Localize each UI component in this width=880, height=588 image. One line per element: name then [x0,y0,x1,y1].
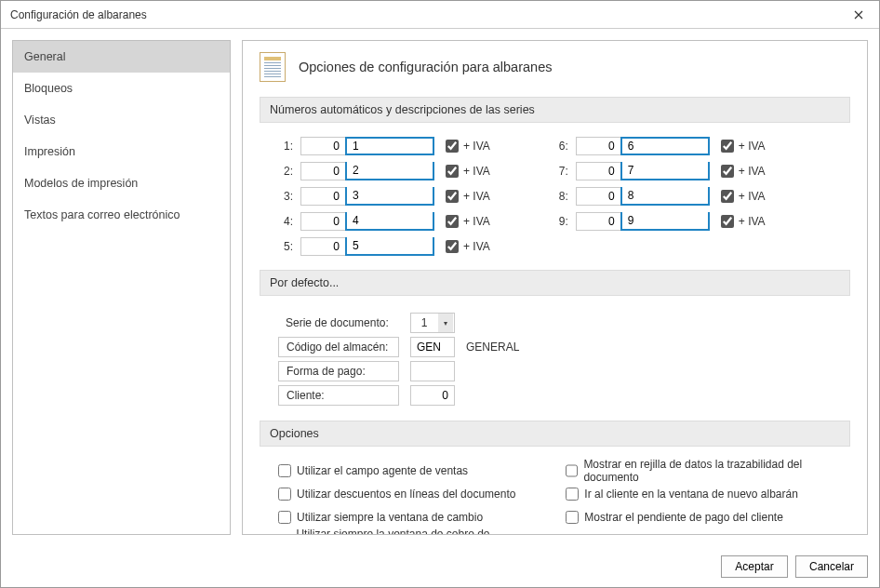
series-row-3: 3: + IVA [278,186,490,207]
series-num-input[interactable] [576,162,620,180]
sidebar-item-bloqueos[interactable]: Bloqueos [13,73,230,104]
almacen-code-input[interactable] [410,337,455,357]
main-panel: Opciones de configuración para albaranes… [242,40,868,535]
series-num-input[interactable] [576,187,620,206]
series-iva-checkbox[interactable] [446,140,459,153]
options-col-right: Mostrar en rejilla de datos la trazabili… [566,461,841,535]
series-iva-checkbox[interactable] [721,190,734,203]
opt-label: Ir al cliente en la ventana de nuevo alb… [584,488,798,501]
series-desc-input[interactable] [345,187,434,206]
chevron-down-icon: ▾ [438,314,453,332]
series-num-input[interactable] [300,237,345,256]
opt-label: Utilizar descuentos en líneas del docume… [297,488,515,501]
series-num-input[interactable] [300,162,345,180]
pago-label-button[interactable]: Forma de pago: [278,361,399,381]
series-desc-input[interactable] [620,137,710,155]
page-title: Opciones de configuración para albaranes [299,60,552,74]
opt-label: Utilizar siempre la ventana de cobro de … [296,528,538,535]
series-num-input[interactable] [300,212,345,231]
options-block: Utilizar el campo agente de ventas Utili… [260,456,850,535]
series-grid: 1: + IVA 2: + IVA 3: [260,132,850,270]
series-desc-input[interactable] [345,137,434,155]
series-label: 3: [278,190,300,203]
opt-label: Utilizar el campo agente de ventas [297,464,468,477]
series-label: 4: [278,215,300,228]
sidebar-item-textos[interactable]: Textos para correo electrónico [13,199,230,231]
almacen-label-button[interactable]: Código del almacén: [278,337,399,357]
series-row-5: 5: + IVA [278,236,490,257]
opt-cobro-checkbox[interactable] [278,534,290,535]
series-desc-input[interactable] [345,162,434,180]
series-num-input[interactable] [300,137,345,155]
series-row-6: 6: + IVA [553,136,766,156]
series-row-1: 1: + IVA [278,136,490,156]
dialog-footer: Aceptar Cancelar [1,546,879,587]
series-col-right: 6: + IVA 7: + IVA 8: [553,136,766,257]
opt-iralcliente-checkbox[interactable] [566,488,579,501]
opt-pendiente-checkbox[interactable] [566,511,579,524]
sidebar-item-vistas[interactable]: Vistas [13,104,230,136]
options-col-left: Utilizar el campo agente de ventas Utili… [278,461,538,535]
series-iva-checkbox[interactable] [446,190,459,203]
sidebar: General Bloqueos Vistas Impresión Modelo… [12,40,231,535]
opt-agente-checkbox[interactable] [278,464,291,477]
section-options-header: Opciones [260,421,850,447]
series-col-left: 1: + IVA 2: + IVA 3: [278,136,490,257]
series-label: 8: [553,190,576,203]
opt-label: Utilizar siempre la ventana de cambio [297,511,483,524]
series-label: 5: [278,240,300,253]
series-label: 9: [553,215,576,228]
series-desc-input[interactable] [620,187,710,206]
section-defaults-header: Por defecto... [260,270,850,296]
pago-input[interactable] [410,361,455,381]
iva-label: + IVA [463,165,490,178]
opt-label: Mostrar el pendiente de pago del cliente [584,511,782,524]
iva-label: + IVA [739,165,766,178]
defaults-block: Serie de documento: 1 ▾ Código del almac… [260,305,850,421]
series-label: 1: [278,140,300,153]
opt-trazabilidad-checkbox[interactable] [566,464,578,477]
sidebar-item-general[interactable]: General [13,41,230,73]
opt-descuentos-checkbox[interactable] [278,488,291,501]
opt-label: Mostrar en rejilla de datos la trazabili… [583,458,841,484]
series-iva-checkbox[interactable] [446,240,459,253]
sidebar-item-impresion[interactable]: Impresión [13,136,230,167]
series-row-9: 9: + IVA [553,211,766,232]
series-iva-checkbox[interactable] [446,215,459,228]
close-icon [854,10,863,20]
series-desc-input[interactable] [620,212,710,231]
window-title: Configuración de albaranes [10,8,147,21]
iva-label: + IVA [463,215,490,228]
series-row-4: 4: + IVA [278,211,490,232]
series-iva-checkbox[interactable] [446,165,459,178]
sidebar-item-modelos[interactable]: Modelos de impresión [13,167,230,199]
series-iva-checkbox[interactable] [721,215,734,228]
cancel-button[interactable]: Cancelar [795,555,868,578]
opt-cambio-checkbox[interactable] [278,511,291,524]
series-desc-input[interactable] [620,162,710,180]
close-button[interactable] [837,1,879,29]
iva-label: + IVA [463,240,490,253]
document-icon [260,52,286,82]
iva-label: + IVA [463,140,490,153]
series-label: 6: [553,140,576,153]
serie-select[interactable]: 1 ▾ [410,313,455,333]
dialog-window: Configuración de albaranes General Bloqu… [0,0,880,588]
iva-label: + IVA [463,190,490,203]
series-num-input[interactable] [576,212,620,231]
titlebar: Configuración de albaranes [1,1,879,29]
iva-label: + IVA [739,140,766,153]
accept-button[interactable]: Aceptar [721,555,788,578]
series-desc-input[interactable] [345,212,434,231]
series-iva-checkbox[interactable] [721,140,734,153]
series-desc-input[interactable] [345,237,434,256]
cliente-label-button[interactable]: Cliente: [278,385,399,406]
series-row-8: 8: + IVA [553,186,766,207]
series-num-input[interactable] [576,137,620,155]
serie-value: 1 [411,316,437,329]
series-num-input[interactable] [300,187,345,206]
cliente-input[interactable] [410,385,455,406]
series-iva-checkbox[interactable] [721,165,734,178]
page-header: Opciones de configuración para albaranes [260,52,850,82]
serie-label: Serie de documento: [278,313,399,333]
